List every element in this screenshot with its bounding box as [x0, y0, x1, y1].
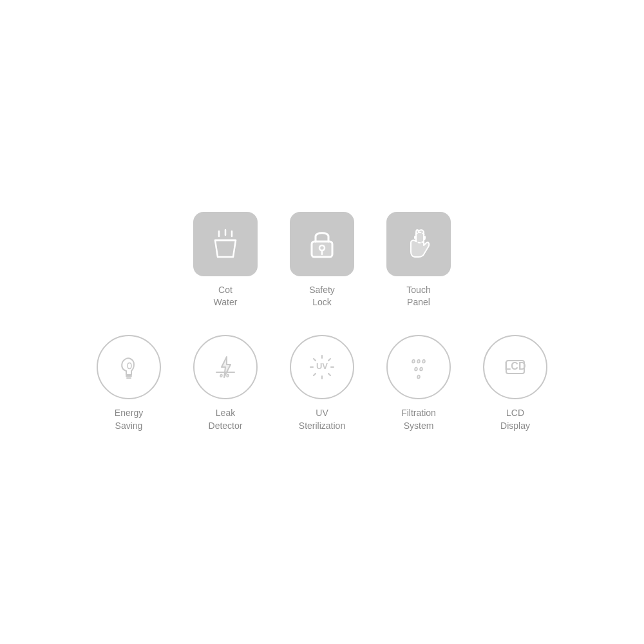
feature-filtration-system: Filtration System	[383, 335, 454, 432]
feature-lcd-display: LCD LCD Display	[480, 335, 551, 432]
energy-saving-label: Energy Saving	[115, 407, 143, 432]
feature-uv-sterilization: UV UV Sterilization	[287, 335, 357, 432]
uv-icon: UV	[303, 348, 341, 386]
features-row-1: Cot Water Safety Lock	[190, 212, 454, 309]
lcd-display-icon-box: LCD	[483, 335, 547, 399]
safety-lock-icon-box	[290, 212, 354, 276]
svg-line-16	[314, 359, 316, 361]
svg-text:LCD: LCD	[505, 361, 526, 372]
feature-cot-water: Cot Water	[190, 212, 261, 309]
lcd-icon: LCD	[496, 348, 535, 386]
filtration-system-icon-box	[386, 335, 451, 399]
filtration-system-label: Filtration System	[401, 407, 436, 432]
feature-safety-lock: Safety Lock	[287, 212, 357, 309]
leak-detector-icon	[206, 348, 245, 386]
touch-icon	[399, 225, 438, 263]
svg-text:UV: UV	[316, 361, 328, 371]
lcd-display-label: LCD Display	[500, 407, 530, 432]
feature-energy-saving: Energy Saving	[93, 335, 164, 432]
cot-water-label: Cot Water	[214, 284, 238, 309]
energy-saving-icon-box	[97, 335, 161, 399]
feature-leak-detector: Leak Detector	[190, 335, 261, 432]
safety-lock-label: Safety Lock	[309, 284, 335, 309]
filtration-icon	[399, 348, 438, 386]
svg-line-17	[328, 374, 330, 375]
cot-water-icon-box	[193, 212, 258, 276]
features-container: Cot Water Safety Lock	[93, 212, 551, 432]
energy-saving-icon	[109, 348, 148, 386]
lock-icon	[303, 225, 341, 263]
touch-panel-label: Touch Panel	[406, 284, 430, 309]
feature-touch-panel: Touch Panel	[383, 212, 454, 309]
hot-water-icon	[206, 225, 245, 263]
leak-detector-label: Leak Detector	[209, 407, 243, 432]
leak-detector-icon-box	[193, 335, 258, 399]
svg-line-19	[314, 374, 316, 375]
features-row-2: Energy Saving Leak Detector	[93, 335, 551, 432]
svg-line-18	[328, 359, 330, 361]
uv-sterilization-label: UV Sterilization	[299, 407, 345, 432]
touch-panel-icon-box	[386, 212, 451, 276]
uv-sterilization-icon-box: UV	[290, 335, 354, 399]
